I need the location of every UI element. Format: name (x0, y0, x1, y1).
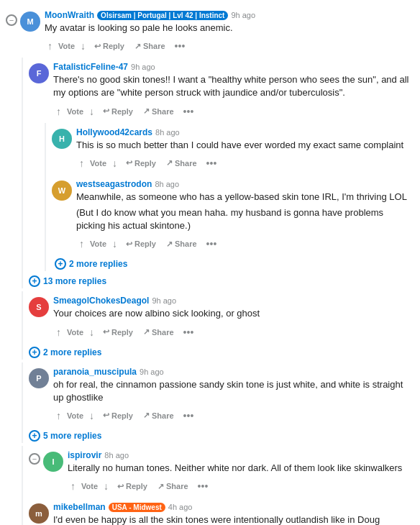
username-fatalistic[interactable]: FatalisticFeline-47 (53, 62, 128, 72)
share-btn-fatalistic[interactable]: ↗ Share (139, 104, 178, 119)
collapse-btn-ispiro[interactable]: − (29, 453, 40, 465)
more-replies-label-paranoia: 5 more replies (43, 431, 101, 441)
more-options-paranoia[interactable]: ••• (180, 407, 198, 424)
downvote-moonwraith[interactable]: ↓ (78, 38, 88, 54)
vote-section-hollywood: ↑ Vote ↓ (76, 155, 120, 171)
reply-icon-s: ↩ (103, 327, 109, 337)
reply-label-moonwraith: Reply (103, 42, 124, 50)
comment-header-west: westseagastrodon 8h ago (76, 179, 414, 189)
flair-mikebellman: USA - Midwest (109, 503, 165, 512)
expand-icon-smeagol: + (29, 347, 40, 358)
comment-ispiro: − I ispirovir 8h ago Literally no human … (23, 446, 420, 498)
more-options-ispiro[interactable]: ••• (194, 478, 212, 495)
avatar-mikebellman: m (29, 503, 49, 524)
comment-text-ispiro: Literally no human tones. Neither white … (68, 462, 414, 475)
username-mikebellman[interactable]: mikebellman (53, 502, 106, 512)
downvote-west[interactable]: ↓ (109, 236, 120, 252)
reply-label-smeagol: Reply (111, 328, 133, 337)
more-options-moonwraith[interactable]: ••• (171, 37, 189, 55)
comment-body-hollywood: Hollywood42cards 8h ago This is so much … (76, 127, 414, 172)
share-btn-west[interactable]: ↗ Share (162, 237, 201, 252)
vote-section-paranoia: ↑ Vote ↓ (53, 408, 97, 424)
comment-body-moonwraith: MoonWraith Olsirsam | Portugal | Lvl 42 … (45, 10, 414, 55)
comment-actions-paranoia: ↑ Vote ↓ ↩ Reply ↗ Share ••• (53, 407, 414, 424)
downvote-paranoia[interactable]: ↓ (86, 408, 97, 424)
comment-body-paranoia: paranoia_muscipula 9h ago oh for real, t… (53, 367, 414, 424)
avatar-smeagol: S (29, 297, 49, 317)
reply-btn-paranoia[interactable]: ↩ Reply (99, 408, 137, 423)
comment-paranoia: P paranoia_muscipula 9h ago oh for real,… (23, 362, 420, 427)
share-btn-paranoia[interactable]: ↗ Share (139, 408, 178, 423)
reply-btn-ispiro[interactable]: ↩ Reply (113, 479, 152, 494)
comment-body-west: westseagastrodon 8h ago Meanwhile, as so… (76, 179, 414, 253)
reply-label-hollywood: Reply (134, 159, 156, 168)
indent-paranoia: P paranoia_muscipula 9h ago oh for real,… (22, 362, 420, 443)
username-ispiro[interactable]: ispirovir (68, 450, 101, 460)
comment-actions-hollywood: ↑ Vote ↓ ↩ Reply ↗ Share (76, 155, 414, 172)
more-options-west[interactable]: ••• (203, 235, 221, 252)
collapse-button-moonwraith[interactable]: − (6, 14, 17, 26)
comment-actions-smeagol: ↑ Vote ↓ ↩ Reply ↗ Share ••• (53, 324, 414, 341)
more-replies-west[interactable]: + 2 more replies (46, 257, 420, 271)
upvote-hollywood[interactable]: ↑ (76, 155, 87, 171)
username-moonwraith[interactable]: MoonWraith (45, 10, 94, 20)
timestamp-smeagol: 9h ago (152, 296, 176, 305)
vote-label-paranoia: Vote (65, 411, 85, 420)
share-btn-hollywood[interactable]: ↗ Share (162, 155, 201, 170)
more-replies-smeagol[interactable]: + 2 more replies (23, 345, 420, 360)
username-west[interactable]: westseagastrodon (76, 179, 152, 189)
share-label-ispiro: Share (166, 482, 188, 490)
more-options-hollywood[interactable]: ••• (203, 155, 221, 172)
share-btn-smeagol[interactable]: ↗ Share (139, 324, 178, 339)
avatar-ispiro: I (43, 452, 63, 472)
downvote-hollywood[interactable]: ↓ (109, 155, 120, 171)
comment-text-west: Meanwhile, as someone who has a yellow-b… (76, 191, 414, 204)
share-icon-h: ↗ (166, 158, 173, 168)
username-paranoia[interactable]: paranoia_muscipula (53, 367, 137, 377)
comment-body-mikebellman: mikebellman USA - Midwest 4h ago I'd eve… (53, 502, 414, 525)
comment-mikebellman: m mikebellman USA - Midwest 4h ago I'd e… (23, 498, 420, 525)
vote-label-west: Vote (88, 239, 108, 248)
downvote-ispiro[interactable]: ↓ (101, 478, 111, 494)
expand-icon-west: + (55, 258, 66, 270)
share-btn-moonwraith[interactable]: ↗ Share (130, 39, 170, 54)
upvote-paranoia[interactable]: ↑ (53, 408, 64, 424)
comment-text-smeagol: Your choices are now albino sick looking… (53, 307, 414, 320)
reply-icon-i: ↩ (117, 482, 124, 491)
avatar-west: W (52, 181, 72, 201)
more-replies-fatalistic[interactable]: + 13 more replies (23, 274, 420, 288)
vote-label-hollywood: Vote (88, 159, 108, 168)
reply-btn-smeagol[interactable]: ↩ Reply (99, 324, 137, 339)
upvote-west[interactable]: ↑ (76, 236, 87, 252)
reply-btn-west[interactable]: ↩ Reply (122, 237, 160, 252)
username-hollywood[interactable]: Hollywood42cards (76, 127, 152, 137)
username-smeagol[interactable]: SmeagolChokesDeagol (53, 296, 149, 306)
avatar-moonwraith: M (20, 12, 40, 32)
reply-btn-fatalistic[interactable]: ↩ Reply (99, 104, 137, 119)
timestamp-fatalistic: 9h ago (131, 63, 155, 71)
reply-btn-hollywood[interactable]: ↩ Reply (122, 155, 160, 170)
vote-section-ispiro: ↑ Vote ↓ (68, 478, 111, 494)
more-replies-label-fatalistic: 13 more replies (43, 276, 106, 286)
share-icon-p: ↗ (143, 411, 150, 420)
downvote-smeagol[interactable]: ↓ (86, 324, 97, 340)
indent-ispiro: − I ispirovir 8h ago Literally no human … (22, 446, 420, 525)
upvote-fatalistic[interactable]: ↑ (53, 104, 64, 119)
upvote-smeagol[interactable]: ↑ (53, 324, 64, 340)
reply-label-west: Reply (134, 239, 156, 248)
downvote-fatalistic[interactable]: ↓ (86, 104, 97, 119)
more-replies-paranoia[interactable]: + 5 more replies (23, 429, 420, 443)
timestamp-hollywood: 8h ago (155, 128, 180, 137)
share-label-fatalistic: Share (152, 107, 174, 116)
reply-btn-moonwraith[interactable]: ↩ Reply (90, 39, 129, 54)
more-options-smeagol[interactable]: ••• (180, 324, 198, 341)
share-label-paranoia: Share (152, 411, 174, 420)
indent-fatalistic: F FatalisticFeline-47 9h ago There's no … (22, 58, 420, 288)
more-options-fatalistic[interactable]: ••• (180, 103, 198, 120)
share-btn-ispiro[interactable]: ↗ Share (153, 479, 193, 494)
comment-actions-moonwraith: ↑ Vote ↓ ↩ Reply ↗ Share ••• (45, 37, 414, 55)
vote-label-ispiro: Vote (80, 482, 99, 490)
upvote-moonwraith[interactable]: ↑ (45, 38, 55, 54)
upvote-ispiro[interactable]: ↑ (68, 478, 78, 494)
reply-icon: ↩ (94, 42, 101, 51)
